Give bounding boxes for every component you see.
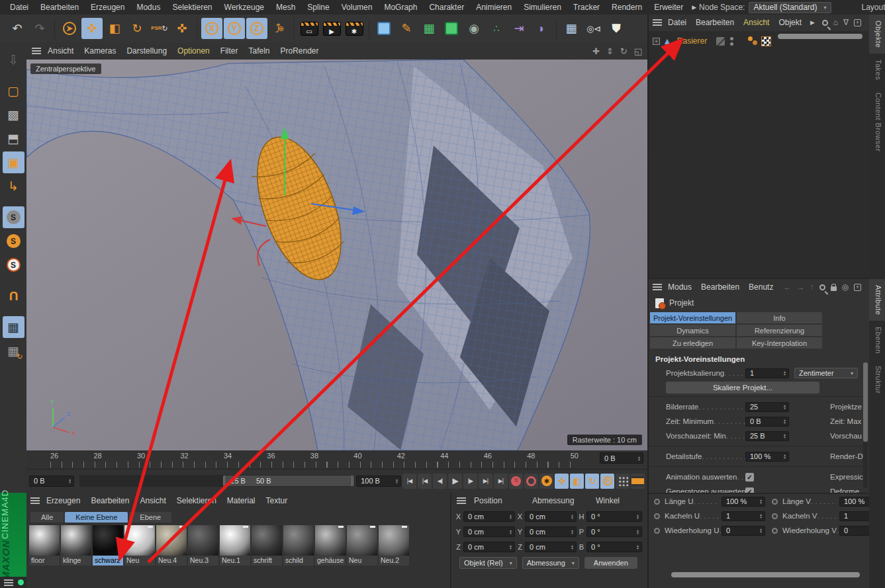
search-icon[interactable] [822,20,828,26]
lock-z-axis[interactable]: Z [246,18,267,39]
next-key-button[interactable]: ▶| [479,474,492,489]
project-scale-field[interactable]: 1▲▼ [745,368,789,378]
material-name[interactable]: Neu.4 [156,556,187,566]
object-menu-item[interactable]: Datei [663,18,691,27]
viewport-menu-item[interactable]: Optionen [172,46,215,56]
enable-snap-button[interactable]: U [3,285,24,307]
attribute-tab[interactable]: Zu erledigen [650,337,735,349]
node-space-select[interactable]: Aktuell (Standard)▾ [749,2,831,13]
home-icon[interactable]: ⌂ [833,18,838,27]
attribute-menu-item[interactable]: Bearbeiten [696,282,744,292]
point-mode-button[interactable]: ⬒ [3,128,24,149]
tag-property-field[interactable]: 0▲▼ [839,526,869,536]
add-floor[interactable]: ▦ [561,18,582,39]
attribute-tab[interactable]: Projekt-Voreinstellungen [650,312,735,323]
menu-item[interactable]: Volumen [336,3,379,12]
material-item[interactable]: gehäuse [315,525,346,566]
material-menu-item[interactable]: Textur [261,496,293,505]
track-icon[interactable]: ◎ [842,282,849,292]
material-preview-sphere[interactable] [315,525,346,556]
material-name[interactable]: schild [283,556,314,566]
lock-y-axis[interactable]: Y [224,18,245,39]
material-menu-item[interactable]: Selektieren [171,496,222,505]
viewport-menu-item[interactable]: ProRender [275,46,324,56]
add-panel-icon[interactable]: + [854,19,861,26]
solo-off-button[interactable]: S [3,206,24,228]
attribute-menu-item[interactable]: Modus [663,282,696,292]
panel-tab[interactable]: Takes [869,54,885,86]
add-light[interactable]: ⛊ [606,18,627,39]
framerate-field[interactable]: 25▲▼ [745,402,789,412]
filter-icon[interactable]: ∇ [843,18,849,27]
record-keyframe-button[interactable]: ⚿ [509,474,523,489]
material-menu-item[interactable]: Erzeugen [41,496,85,505]
material-name[interactable]: Neu [347,556,377,566]
menu-item[interactable]: Erzeugen [85,3,130,12]
material-name[interactable]: schrift [252,556,282,566]
preview-min-field[interactable]: 25 B▲▼ [745,431,789,441]
material-tag-icon[interactable] [748,36,759,46]
polygon-mode-button[interactable]: ▣ [3,151,24,173]
material-item[interactable]: klinge [61,525,91,566]
lock-icon[interactable] [831,286,837,291]
add-spline-modifier[interactable]: ⇥ [508,18,530,39]
last-tool[interactable]: ✜ [171,18,193,39]
material-preview-sphere[interactable] [61,525,91,556]
previous-frame-button[interactable]: ◀| [433,474,447,489]
solo-single-button[interactable]: S [3,230,24,252]
status-menu-icon[interactable] [4,579,13,586]
material-preview-sphere[interactable] [29,525,60,556]
menu-item[interactable]: Bearbeiten [34,3,85,12]
add-generator[interactable] [441,18,462,39]
panel-tab[interactable]: Struktur [869,360,885,400]
material-name[interactable]: Neu.1 [220,556,250,566]
pan-view-icon[interactable]: ✚ [592,46,600,56]
project-unit-select[interactable]: Zentimeter▾ [794,368,858,378]
panel-tab[interactable]: Ebenen [869,321,885,360]
keyframe-dot-icon[interactable] [772,499,778,505]
panel-tab[interactable]: Objekte [869,15,885,54]
object-menu-item[interactable]: Objekt [774,18,806,27]
attribute-tab[interactable]: Info [737,312,822,323]
visibility-dots-icon[interactable] [730,37,733,46]
panel-menu-icon[interactable] [457,497,466,504]
redo-button[interactable]: ↷ [29,18,50,39]
keyframe-dot-icon[interactable] [654,513,660,519]
size-field[interactable]: 0 cm▲▼ [525,542,577,552]
add-deformer[interactable]: ◗ [531,18,552,39]
panel-menu-icon[interactable] [30,497,40,504]
keyframe-dot-icon[interactable] [654,528,660,534]
material-name[interactable]: Neu.3 [188,556,218,566]
object-manager-scrollbar[interactable] [778,34,862,39]
viewport-menu-item[interactable]: Kameras [79,46,121,56]
maximize-view-icon[interactable]: ◱ [634,46,642,56]
psr-tool[interactable]: PSR↻ [149,18,170,39]
object-menu-item[interactable]: Ansicht [739,18,774,27]
menu-item[interactable]: Selektieren [166,3,218,12]
material-preview-sphere[interactable] [379,525,409,556]
material-menu-item[interactable]: Bearbeiten [85,496,134,505]
add-cube-object[interactable] [373,18,395,39]
material-item[interactable]: Neu [347,525,377,566]
material-menu-item[interactable]: Ansicht [134,496,171,505]
material-name[interactable]: gehäuse [315,556,346,566]
render-settings-button[interactable]: ✱ [344,18,365,39]
menu-item[interactable]: Mesh [270,3,301,12]
object-tree[interactable]: + ▲ Rasierer [649,31,869,278]
tag-property-field[interactable]: 0▲▼ [722,526,765,536]
move-tool[interactable]: ✜ [81,18,103,39]
play-button[interactable]: ▶ [448,474,462,489]
texture-mode-button[interactable]: ▩ [3,104,24,126]
attribute-tab[interactable]: Referenzierung [737,325,822,336]
material-preview-sphere[interactable] [124,525,155,556]
material-item[interactable]: Neu.2 [379,525,409,566]
detail-level-field[interactable]: 100 %▲▼ [745,452,789,462]
material-name[interactable]: Neu.2 [379,556,409,566]
record-scale-toggle[interactable]: ◧ [570,474,584,489]
position-field[interactable]: 0 cm▲▼ [463,542,515,552]
material-name[interactable]: Neu [124,556,155,566]
coordinate-mode-select[interactable]: Objekt (Rel)▾ [459,557,517,569]
menu-item[interactable]: Modus [130,3,166,12]
material-name[interactable]: floor [29,556,60,566]
viewport-menu-item[interactable]: Darstellung [121,46,172,56]
